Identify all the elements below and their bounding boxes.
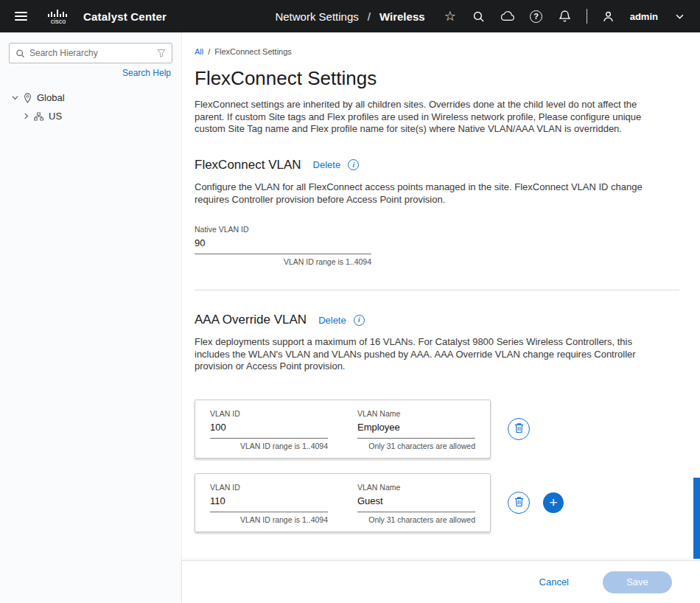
breadcrumb-all-link[interactable]: All bbox=[195, 47, 203, 56]
aaa-override-vlan-section: AAA Override VLAN Delete i Flex deployme… bbox=[195, 313, 679, 532]
chevron-right-icon[interactable] bbox=[24, 113, 29, 119]
vlan-row-guest: VLAN ID VLAN ID range is 1..4094 VLAN Na… bbox=[195, 473, 679, 532]
native-vlan-input[interactable] bbox=[195, 235, 371, 254]
vlan-card: VLAN ID VLAN ID range is 1..4094 VLAN Na… bbox=[195, 473, 491, 532]
chevron-down-icon[interactable] bbox=[12, 95, 18, 100]
tree-item-global[interactable]: Global bbox=[0, 88, 181, 107]
vlan-id-label: VLAN ID bbox=[210, 483, 328, 492]
native-vlan-label: Native VLAN ID bbox=[195, 225, 371, 234]
plus-icon: + bbox=[549, 495, 557, 509]
app-header: cisco Catalyst Center Network Settings /… bbox=[0, 0, 700, 32]
user-name[interactable]: admin bbox=[630, 11, 658, 22]
header-divider bbox=[587, 9, 587, 24]
vlan-card: VLAN ID VLAN ID range is 1..4094 VLAN Na… bbox=[195, 400, 491, 459]
header-actions: ☆ ? admin bbox=[443, 9, 687, 24]
favorites-star-icon[interactable]: ☆ bbox=[443, 9, 458, 24]
section-title: FlexConnect VLAN bbox=[195, 158, 301, 172]
tree-item-label: Global bbox=[37, 92, 65, 103]
section-description: Flex deployments support a maximum of 16… bbox=[195, 336, 666, 373]
tree-item-label: US bbox=[49, 111, 62, 122]
cisco-logo-icon: cisco bbox=[45, 8, 71, 24]
vlan-id-field: VLAN ID VLAN ID range is 1..4094 bbox=[210, 483, 328, 524]
breadcrumb-separator: / bbox=[208, 47, 210, 56]
search-help-link[interactable]: Search Help bbox=[0, 68, 171, 78]
site-hierarchy-tree: Global US bbox=[0, 88, 181, 125]
svg-text:cisco: cisco bbox=[51, 18, 66, 24]
breadcrumb-current: FlexConnect Settings bbox=[214, 47, 292, 56]
vlan-id-label: VLAN ID bbox=[210, 409, 328, 418]
header-nav: Network Settings / Wireless bbox=[275, 10, 424, 23]
cancel-button[interactable]: Cancel bbox=[539, 576, 569, 588]
info-icon[interactable]: i bbox=[354, 315, 365, 326]
notifications-bell-icon[interactable] bbox=[558, 9, 573, 24]
chevron-down-icon[interactable] bbox=[672, 9, 687, 24]
trash-icon bbox=[514, 496, 524, 509]
trash-icon bbox=[514, 422, 524, 436]
vlan-name-label: VLAN Name bbox=[357, 483, 475, 492]
vlan-name-helper: Only 31 characters are allowed bbox=[357, 442, 475, 450]
delete-flexconnect-vlan-link[interactable]: Delete bbox=[313, 159, 341, 170]
hierarchy-search-input[interactable] bbox=[29, 48, 153, 58]
page-description: FlexConnect settings are inherited by al… bbox=[195, 99, 666, 136]
question-glyph: ? bbox=[530, 10, 542, 23]
section-title: AAA Override VLAN bbox=[195, 313, 307, 327]
site-area-icon bbox=[34, 112, 43, 121]
info-icon[interactable]: i bbox=[348, 159, 359, 170]
hierarchy-sidebar: Search Help Global US bbox=[0, 32, 182, 603]
add-vlan-button[interactable]: + bbox=[543, 492, 564, 513]
brand-title: Catalyst Center bbox=[83, 10, 167, 23]
footer-action-bar: Cancel Save bbox=[182, 560, 700, 603]
nav-separator: / bbox=[368, 10, 371, 23]
page-title: FlexConnect Settings bbox=[195, 67, 679, 90]
hierarchy-search-box[interactable] bbox=[9, 43, 172, 63]
vlan-name-helper: Only 31 characters are allowed bbox=[357, 515, 475, 524]
location-pin-icon bbox=[24, 93, 32, 103]
native-vlan-field: Native VLAN ID VLAN ID range is 1..4094 bbox=[195, 225, 371, 266]
scrollbar-thumb[interactable] bbox=[693, 478, 700, 559]
user-icon[interactable] bbox=[601, 9, 616, 24]
filter-funnel-icon[interactable] bbox=[157, 49, 166, 57]
header-left: cisco Catalyst Center bbox=[13, 8, 167, 24]
section-divider bbox=[195, 290, 679, 290]
vlan-name-input[interactable] bbox=[357, 493, 475, 512]
cloud-icon[interactable] bbox=[500, 9, 515, 24]
delete-aaa-override-link[interactable]: Delete bbox=[318, 315, 346, 326]
vlan-id-field: VLAN ID VLAN ID range is 1..4094 bbox=[210, 409, 328, 450]
section-description: Configure the VLAN for all FlexConnect a… bbox=[195, 181, 666, 206]
tree-item-us[interactable]: US bbox=[0, 107, 181, 125]
nav-network-settings[interactable]: Network Settings bbox=[275, 10, 358, 23]
vlan-id-helper: VLAN ID range is 1..4094 bbox=[210, 515, 328, 524]
help-icon[interactable]: ? bbox=[529, 9, 544, 24]
menu-icon[interactable] bbox=[13, 9, 29, 24]
search-icon bbox=[15, 49, 25, 58]
flexconnect-vlan-section: FlexConnect VLAN Delete i Configure the … bbox=[195, 158, 679, 266]
native-vlan-helper: VLAN ID range is 1..4094 bbox=[195, 257, 371, 266]
vlan-name-label: VLAN Name bbox=[357, 409, 475, 418]
vlan-row-employee: VLAN ID VLAN ID range is 1..4094 VLAN Na… bbox=[195, 400, 679, 459]
vlan-id-input[interactable] bbox=[210, 493, 328, 512]
vlan-id-helper: VLAN ID range is 1..4094 bbox=[210, 442, 328, 450]
nav-wireless[interactable]: Wireless bbox=[379, 10, 425, 23]
vlan-name-field: VLAN Name Only 31 characters are allowed bbox=[357, 409, 475, 450]
delete-row-button[interactable] bbox=[508, 418, 530, 440]
breadcrumb: All / FlexConnect Settings bbox=[195, 47, 679, 56]
vlan-rows: VLAN ID VLAN ID range is 1..4094 VLAN Na… bbox=[195, 400, 679, 532]
main-content: All / FlexConnect Settings FlexConnect S… bbox=[182, 32, 700, 560]
vlan-id-input[interactable] bbox=[210, 419, 328, 439]
search-icon[interactable] bbox=[472, 9, 486, 24]
save-button[interactable]: Save bbox=[603, 571, 672, 593]
delete-row-button[interactable] bbox=[508, 492, 530, 514]
vlan-name-field: VLAN Name Only 31 characters are allowed bbox=[357, 483, 475, 524]
vlan-name-input[interactable] bbox=[357, 419, 475, 439]
